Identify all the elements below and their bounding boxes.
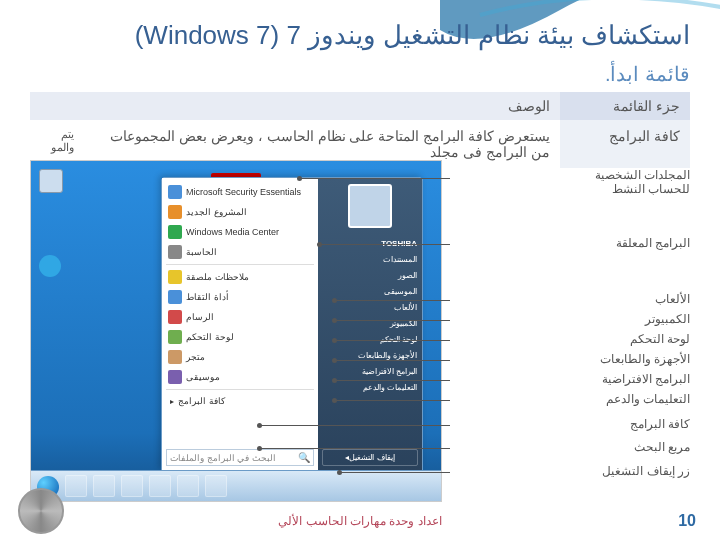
search-input[interactable]: البحث في البرامج والملفات [166,449,314,466]
shutdown-button[interactable]: إيقاف التشغيل ◂ [322,449,418,466]
leader-line [335,300,450,301]
callout-default-programs: البرامج الافتراضية [602,372,690,386]
pinned-app[interactable]: موسيقى [166,367,314,387]
leader-line [335,340,450,341]
callout-shutdown: زر إيقاف التشغيل [602,464,690,478]
callout-search: مربع البحث [634,440,690,454]
callout-personal-folders: المجلدات الشخصيةللحساب النشط [595,168,690,197]
pinned-app[interactable]: متجر [166,347,314,367]
table-header-desc: الوصف [30,92,560,120]
pinned-app[interactable]: Windows Media Center [166,222,314,242]
footer-text: اعداد وحدة مهارات الحاسب الألي [0,514,720,528]
pinned-app[interactable]: لوحة التحكم [166,327,314,347]
right-pane-item[interactable]: الموسيقى [322,285,418,298]
leader-line [300,178,450,179]
description-table: جزء القائمة الوصف كافة البرامج يستعرض كا… [30,92,690,168]
skype-icon [39,255,61,277]
callout-computer: الكمبيوتر [645,312,690,326]
pinned-app[interactable]: أداة التقاط [166,287,314,307]
leader-line [260,448,450,449]
leader-line [260,425,450,426]
leader-line [335,380,450,381]
pinned-app[interactable]: المشروع الجديد [166,202,314,222]
section-title: قائمة ابدأ. [605,62,690,86]
right-pane-item[interactable]: المستندات [322,253,418,266]
taskbar-icon[interactable] [65,475,87,497]
pinned-app[interactable]: Microsoft Security Essentials [166,182,314,202]
taskbar-icon[interactable] [205,475,227,497]
leader-line [335,360,450,361]
right-pane-item[interactable]: التعليمات والدعم [322,381,418,394]
start-menu-left: Microsoft Security Essentials المشروع ال… [162,178,318,470]
desktop-screenshot: Microsoft Security Essentials المشروع ال… [30,160,442,502]
table-header-part: جزء القائمة [560,92,690,120]
callout-help: التعليمات والدعم [606,392,690,406]
pinned-app[interactable]: ملاحظات ملصقة [166,267,314,287]
taskbar-icon[interactable] [93,475,115,497]
leader-line [340,472,450,473]
page-number: 10 [678,512,696,530]
start-menu-right: TOSHIBA المستندات الصور الموسيقى الألعاب… [318,178,422,470]
right-pane-item[interactable]: البرامج الافتراضية [322,365,418,378]
callout-all-programs: كافة البرامج [630,417,690,431]
pinned-app[interactable]: الحاسبة [166,242,314,262]
leader-line [335,400,450,401]
taskbar-icon[interactable] [177,475,199,497]
callout-control-panel: لوحة التحكم [630,332,690,346]
slide-title: استكشاف بيئة نظام التشغيل ويندوز 7 (Wind… [135,20,690,51]
taskbar-icon[interactable] [121,475,143,497]
table-cell-part: كافة البرامج [560,120,690,168]
taskbar-icon[interactable] [149,475,171,497]
callout-pinned: البرامج المعلقة [616,236,690,250]
callout-devices: الأجهزة والطابعات [600,352,690,366]
pinned-app[interactable]: الرسام [166,307,314,327]
callout-games: الألعاب [655,292,690,306]
right-pane-item[interactable]: الصور [322,269,418,282]
start-menu: Microsoft Security Essentials المشروع ال… [161,177,423,471]
leader-line [335,320,450,321]
leader-line [320,244,450,245]
taskbar [31,470,441,501]
user-avatar [348,184,392,228]
right-pane-item[interactable]: الألعاب [322,301,418,314]
all-programs-link[interactable]: كافة البرامج [166,392,314,410]
recycle-bin-icon [39,169,63,197]
